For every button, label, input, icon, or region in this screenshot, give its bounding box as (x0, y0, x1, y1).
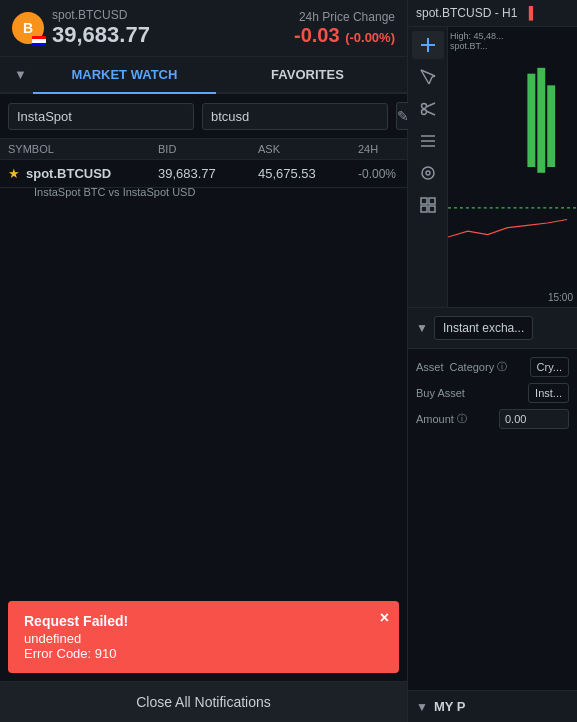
asset-category-row: Asset Category ⓘ Cry... (416, 357, 569, 377)
chart-header: spot.BTCUSD - H1 ▐ (408, 0, 577, 27)
tool-grid[interactable] (412, 191, 444, 219)
close-all-notifications-button[interactable]: Close All Notifications (0, 681, 407, 722)
svg-rect-15 (421, 198, 427, 204)
search-input-1[interactable] (8, 103, 194, 130)
svg-rect-19 (527, 74, 535, 167)
table-spacer (0, 206, 407, 593)
asset-category-info[interactable]: ⓘ (497, 360, 507, 374)
error-code: Error Code: 910 (24, 646, 383, 661)
search-row: ✎ (0, 94, 407, 139)
svg-point-6 (421, 104, 426, 109)
amount-label: Amount ⓘ (416, 412, 467, 426)
error-title: Request Failed! (24, 613, 383, 629)
chart-canvas: High: 45,48... spot.BT... 15:00 (448, 27, 577, 307)
tool-cursor[interactable] (412, 63, 444, 91)
tab-favorites[interactable]: FAVORITES (216, 57, 399, 94)
amount-info[interactable]: ⓘ (457, 412, 467, 426)
header-symbol: spot.BTCUSD (52, 8, 150, 22)
col-symbol: SYMBOL (8, 143, 158, 155)
table-header: SYMBOL BID ASK 24H (0, 139, 407, 160)
ask-value: 45,675.53 (258, 166, 358, 181)
form-section: Asset Category ⓘ Cry... Buy Asset Inst..… (408, 349, 577, 690)
search-input-2[interactable] (202, 103, 388, 130)
chart-price-label: High: 45,48... spot.BT... (450, 31, 504, 51)
amount-row: Amount ⓘ (416, 409, 569, 429)
chart-container: High: 45,48... spot.BT... 15:00 (408, 27, 577, 307)
header-change-label: 24h Price Change (294, 10, 395, 24)
svg-point-7 (421, 110, 426, 115)
svg-rect-17 (421, 206, 427, 212)
chart-toolbar (408, 27, 448, 307)
error-box: × Request Failed! undefined Error Code: … (8, 601, 399, 673)
buy-asset-button[interactable]: Inst... (528, 383, 569, 403)
buy-asset-row: Buy Asset Inst... (416, 383, 569, 403)
col-ask: ASK (258, 143, 358, 155)
header-change-value: -0.03 (-0.00%) (294, 24, 395, 47)
error-subtitle: undefined (24, 631, 383, 646)
header: B spot.BTCUSD 39,683.77 24h Price Change… (0, 0, 407, 57)
close-error-button[interactable]: × (380, 609, 389, 627)
star-icon[interactable]: ★ (8, 166, 20, 181)
my-p-arrow: ▼ (416, 700, 428, 714)
my-p-section: ▼ MY P (408, 690, 577, 722)
svg-rect-16 (429, 198, 435, 204)
header-left: B spot.BTCUSD 39,683.77 (12, 8, 150, 48)
instant-exchange-button[interactable]: Instant excha... (434, 316, 533, 340)
svg-line-8 (426, 103, 435, 107)
tool-lines[interactable] (412, 127, 444, 155)
section-arrow: ▼ (416, 321, 428, 335)
tab-market-watch[interactable]: MARKET WATCH (33, 57, 216, 94)
chart-svg (448, 27, 577, 307)
nav-tabs: ▼ MARKET WATCH FAVORITES (0, 57, 407, 94)
nav-dropdown[interactable]: ▼ (8, 59, 33, 90)
table-row[interactable]: ★ spot.BTCUSD 39,683.77 45,675.53 -0.00% (0, 160, 407, 188)
symbol-subtitle: InstaSpot BTC vs InstaSpot USD (8, 186, 399, 198)
svg-rect-18 (429, 206, 435, 212)
tool-circles[interactable] (412, 159, 444, 187)
svg-point-13 (422, 167, 434, 179)
right-bottom: ▼ Instant excha... Asset Category ⓘ Cry.… (408, 307, 577, 722)
svg-rect-21 (547, 85, 555, 167)
tool-scissors[interactable] (412, 95, 444, 123)
symbol-cell: ★ spot.BTCUSD (8, 166, 158, 181)
notification-area: × Request Failed! undefined Error Code: … (0, 593, 407, 681)
svg-line-9 (426, 111, 435, 115)
amount-input[interactable] (499, 409, 569, 429)
my-p-label: MY P (434, 699, 466, 714)
chart-time-label: 15:00 (548, 292, 573, 303)
svg-line-5 (432, 76, 435, 77)
right-panel: spot.BTCUSD - H1 ▐ (408, 0, 577, 722)
svg-rect-20 (537, 68, 545, 173)
svg-line-4 (429, 77, 432, 84)
header-price: 39,683.77 (52, 22, 150, 48)
asset-category-value[interactable]: Cry... (530, 357, 569, 377)
buy-asset-label: Buy Asset (416, 387, 465, 399)
header-right: 24h Price Change -0.03 (-0.00%) (294, 10, 395, 47)
symbol-text: spot.BTCUSD (26, 166, 111, 181)
asset-category-label: Asset Category ⓘ (416, 360, 507, 374)
instant-exchange-header: ▼ Instant excha... (408, 307, 577, 349)
tool-plus[interactable] (412, 31, 444, 59)
header-symbol-price: spot.BTCUSD 39,683.77 (52, 8, 150, 48)
bid-value: 39,683.77 (158, 166, 258, 181)
coin-icon: B (12, 12, 44, 44)
col-bid: BID (158, 143, 258, 155)
svg-point-14 (426, 171, 430, 175)
flag-overlay (32, 36, 46, 46)
left-panel: B spot.BTCUSD 39,683.77 24h Price Change… (0, 0, 408, 722)
